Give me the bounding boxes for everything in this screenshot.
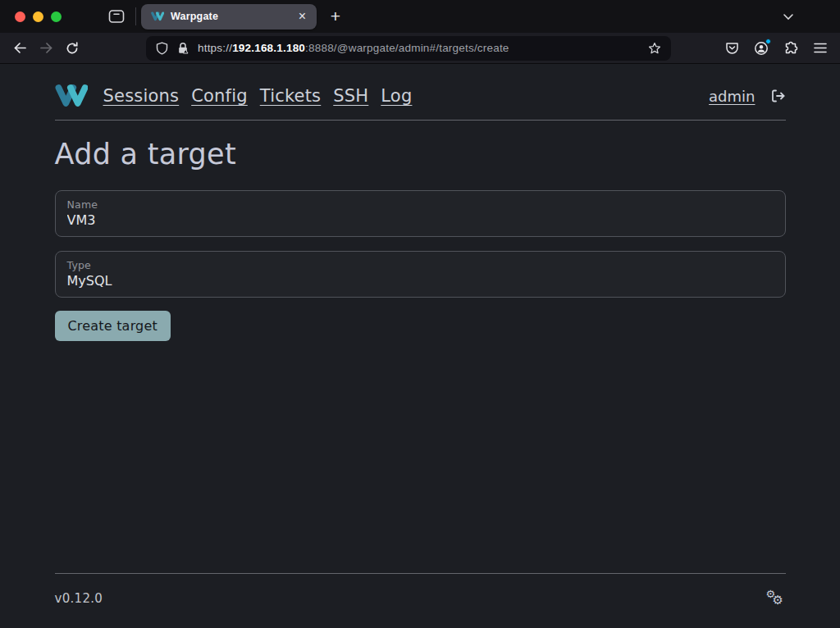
navigation-toolbar: https://192.168.1.180:8888/@warpgate/adm… bbox=[0, 33, 840, 64]
bookmark-star-icon[interactable] bbox=[645, 39, 664, 58]
nav-link-log[interactable]: Log bbox=[381, 86, 412, 106]
gears-icon: ⚙ ⚙ bbox=[766, 590, 786, 607]
type-select[interactable]: MySQL bbox=[67, 273, 774, 289]
user-menu-link[interactable]: admin bbox=[709, 88, 755, 105]
list-all-tabs-icon[interactable] bbox=[776, 4, 801, 29]
name-field-label: Name bbox=[67, 198, 774, 211]
nav-link-tickets[interactable]: Tickets bbox=[260, 86, 321, 106]
page-footer: v0.12.0 ⚙ ⚙ bbox=[55, 574, 786, 628]
tab-close-icon[interactable]: × bbox=[294, 8, 310, 25]
logout-icon[interactable] bbox=[769, 89, 786, 103]
tab-title: Warpgate bbox=[171, 11, 294, 22]
fullscreen-window-button[interactable] bbox=[51, 11, 62, 22]
account-notification-dot bbox=[765, 39, 771, 44]
app-navbar: Sessions Config Tickets SSH Log admin bbox=[55, 84, 786, 108]
tab-bar: Warpgate × + bbox=[0, 0, 840, 33]
create-target-button[interactable]: Create target bbox=[55, 311, 171, 341]
lock-warning-icon[interactable] bbox=[176, 42, 189, 55]
pocket-icon[interactable] bbox=[719, 36, 745, 61]
url-text: https://192.168.1.180:8888/@warpgate/adm… bbox=[198, 42, 645, 54]
window-controls bbox=[0, 11, 80, 22]
reload-button[interactable] bbox=[59, 36, 85, 61]
warpgate-logo-icon[interactable] bbox=[55, 84, 88, 108]
type-field-label: Type bbox=[67, 259, 774, 271]
minimize-window-button[interactable] bbox=[33, 11, 43, 22]
name-input[interactable] bbox=[67, 212, 774, 228]
url-host: 192.168.1.180 bbox=[232, 42, 305, 54]
menu-hamburger-icon[interactable] bbox=[807, 36, 833, 61]
tab-separator bbox=[135, 7, 136, 25]
nav-link-config[interactable]: Config bbox=[191, 86, 248, 106]
nav-link-sessions[interactable]: Sessions bbox=[103, 86, 180, 106]
nav-divider bbox=[55, 120, 786, 121]
page-title: Add a target bbox=[55, 138, 786, 171]
firefox-view-icon[interactable] bbox=[104, 4, 129, 29]
page-content: Sessions Config Tickets SSH Log admin Ad… bbox=[0, 64, 840, 628]
browser-window: Warpgate × + bbox=[0, 0, 840, 628]
warpgate-favicon-icon bbox=[151, 11, 164, 21]
new-tab-button[interactable]: + bbox=[323, 4, 348, 29]
url-bar[interactable]: https://192.168.1.180:8888/@warpgate/adm… bbox=[146, 36, 671, 61]
close-window-button[interactable] bbox=[15, 11, 25, 22]
tracking-shield-icon[interactable] bbox=[156, 42, 168, 55]
tab-warpgate[interactable]: Warpgate × bbox=[141, 4, 317, 30]
version-label: v0.12.0 bbox=[55, 591, 103, 606]
forward-button[interactable] bbox=[33, 36, 59, 61]
extensions-puzzle-icon[interactable] bbox=[778, 36, 804, 61]
url-path: :8888/@warpgate/admin#/targets/create bbox=[305, 42, 509, 54]
name-field[interactable]: Name bbox=[55, 190, 786, 237]
type-field[interactable]: Type MySQL bbox=[55, 251, 786, 298]
nav-link-ssh[interactable]: SSH bbox=[333, 86, 368, 106]
back-button[interactable] bbox=[7, 36, 33, 61]
url-scheme: https:// bbox=[198, 42, 232, 54]
toolbar-right-icons bbox=[719, 36, 833, 61]
